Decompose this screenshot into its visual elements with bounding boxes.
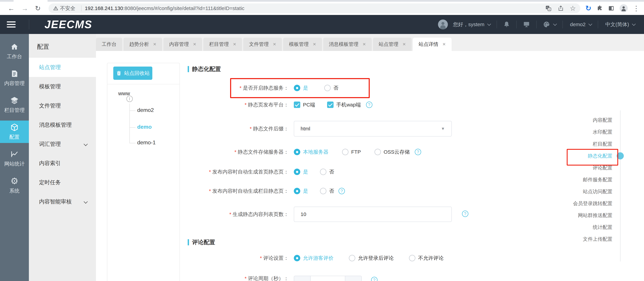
sidebar-item-workbench[interactable]: 工作台 xyxy=(0,42,29,61)
sidebar-item-content[interactable]: 内容管理 xyxy=(0,68,29,88)
submenu-item-site-management[interactable]: 站点管理 xyxy=(29,58,96,77)
tab-message-template[interactable]: 消息模板管理 xyxy=(323,38,372,51)
radio-selected-icon[interactable] xyxy=(294,168,300,175)
radio-selected-icon[interactable] xyxy=(294,188,300,194)
checkbox-checked-icon[interactable] xyxy=(327,102,334,108)
anchor-stats-config[interactable]: 统计配置 xyxy=(593,224,612,231)
help-icon[interactable] xyxy=(415,149,421,155)
theme-palette-icon[interactable] xyxy=(543,21,550,28)
radio-selected-icon[interactable] xyxy=(294,85,300,91)
help-icon[interactable] xyxy=(366,102,372,108)
radio-icon[interactable] xyxy=(324,85,331,91)
radio-icon[interactable] xyxy=(374,149,381,155)
checkbox-checked-icon[interactable] xyxy=(294,102,300,108)
checkbox-option-pc[interactable]: PC端 xyxy=(294,101,315,108)
radio-option-no[interactable]: 否 xyxy=(324,84,338,92)
submenu-item-scheduled-tasks[interactable]: 定时任务 xyxy=(29,173,96,192)
help-icon[interactable] xyxy=(462,210,468,217)
sidebar-item-system[interactable]: ⚙ 系统 xyxy=(0,176,29,195)
close-icon[interactable] xyxy=(442,42,446,46)
stepper-value[interactable]: 10 xyxy=(310,276,345,281)
tab-column-management[interactable]: 栏目管理 xyxy=(203,38,242,51)
radio-option-no[interactable]: 否 xyxy=(320,188,334,194)
sync-extension-icon[interactable]: ↻ xyxy=(586,5,591,12)
tab-file-management[interactable]: 文件管理 xyxy=(243,38,282,51)
tree-node-demo-1[interactable]: demo-1 xyxy=(137,140,156,146)
anchor-mail-service-config[interactable]: 邮件服务配置 xyxy=(583,176,612,183)
radio-option-oss[interactable]: OSS云存储 xyxy=(374,148,410,156)
tab-workbench[interactable]: 工作台 xyxy=(96,38,122,51)
submenu-item-file-management[interactable]: 文件管理 xyxy=(29,96,96,115)
close-icon[interactable] xyxy=(153,42,156,46)
screen-monitor-icon[interactable] xyxy=(523,21,530,28)
radio-icon[interactable] xyxy=(409,255,416,261)
notification-bell-icon[interactable] xyxy=(503,21,510,28)
anchor-comment-config[interactable]: 评论配置 xyxy=(593,164,612,172)
radio-icon[interactable] xyxy=(320,188,326,194)
bookmark-star-icon[interactable]: ☆ xyxy=(570,5,576,12)
tab-trend-analysis[interactable]: 趋势分析 xyxy=(124,38,162,51)
radio-option-login-comment[interactable]: 允许登录后评论 xyxy=(349,255,394,262)
radio-option-yes[interactable]: 是 xyxy=(294,168,308,176)
sidebar-item-columns[interactable]: 栏目管理 xyxy=(0,96,29,114)
anchor-watermark-config[interactable]: 水印配置 xyxy=(593,128,612,136)
tab-template-management[interactable]: 模板管理 xyxy=(283,38,322,51)
tab-content-management[interactable]: 内容管理 xyxy=(164,38,202,51)
close-icon[interactable] xyxy=(273,42,276,46)
radio-selected-icon[interactable] xyxy=(294,149,300,155)
anchor-static-config[interactable]: 静态化配置 xyxy=(588,152,612,160)
share-icon[interactable] xyxy=(558,5,564,12)
help-icon[interactable] xyxy=(371,277,378,281)
radio-option-ftp[interactable]: FTP xyxy=(342,149,361,155)
user-avatar[interactable] xyxy=(438,20,448,29)
sidebar-item-config[interactable]: 配置 xyxy=(0,120,29,143)
anchor-content-config[interactable]: 内容配置 xyxy=(593,116,612,124)
browser-forward-icon[interactable]: → xyxy=(22,5,28,12)
sidebar-item-stats[interactable]: 网站统计 xyxy=(0,149,29,168)
security-label[interactable]: 不安全 xyxy=(60,5,76,12)
close-icon[interactable] xyxy=(193,42,196,46)
anchor-site-group-push-config[interactable]: 网站群推送配置 xyxy=(578,212,612,219)
checkbox-option-wap[interactable]: 手机wap端 xyxy=(327,101,361,108)
anchor-file-upload-config[interactable]: 文件上传配置 xyxy=(583,235,612,243)
address-bar[interactable]: 不安全 192.168.241.130 :8080/jeecms/#/confi… xyxy=(48,4,580,13)
radio-icon[interactable] xyxy=(320,168,326,175)
radio-option-yes[interactable]: 是 xyxy=(294,84,308,92)
radio-icon[interactable] xyxy=(342,149,348,155)
browser-profile-avatar[interactable] xyxy=(620,4,628,12)
submenu-item-template-management[interactable]: 模板管理 xyxy=(29,77,96,96)
anchor-site-access-config[interactable]: 站点访问配置 xyxy=(583,188,612,195)
side-panel-icon[interactable] xyxy=(608,5,614,12)
browser-back-icon[interactable]: ← xyxy=(8,5,14,12)
translate-icon[interactable]: G文 xyxy=(545,5,552,12)
close-icon[interactable] xyxy=(362,42,366,46)
close-icon[interactable] xyxy=(402,42,406,46)
stepper-plus-button[interactable] xyxy=(345,276,362,281)
browser-menu-icon[interactable]: ⋮ xyxy=(633,5,640,12)
browser-reload-icon[interactable]: ↻ xyxy=(35,5,41,12)
submenu-item-content-index[interactable]: 内容索引 xyxy=(29,154,96,173)
radio-selected-icon[interactable] xyxy=(294,255,300,261)
submenu-item-smart-audit[interactable]: 内容智能审核 xyxy=(29,192,96,211)
file-suffix-select[interactable]: html xyxy=(294,121,452,136)
anchor-member-login-config[interactable]: 会员登录跳转配置 xyxy=(573,200,612,207)
site-recycle-bin-button[interactable]: 站点回收站 xyxy=(113,66,152,80)
anchor-column-config[interactable]: 栏目配置 xyxy=(593,140,612,148)
submenu-item-message-template[interactable]: 消息模板管理 xyxy=(29,115,96,134)
menu-toggle-icon[interactable] xyxy=(7,22,16,28)
tab-site-management[interactable]: 站点管理 xyxy=(373,38,412,51)
site-switcher[interactable]: demo2 xyxy=(570,22,586,27)
radio-option-no-comment[interactable]: 不允许评论 xyxy=(409,255,444,262)
close-icon[interactable] xyxy=(233,42,236,46)
language-switcher[interactable]: 中文(简体) xyxy=(605,21,629,28)
radio-option-local-server[interactable]: 本地服务器 xyxy=(294,148,328,156)
list-pages-input[interactable] xyxy=(294,207,452,222)
radio-option-guest-comment[interactable]: 允许游客评价 xyxy=(294,255,334,262)
radio-icon[interactable] xyxy=(349,255,355,261)
help-icon[interactable] xyxy=(338,188,345,194)
submenu-item-vocabulary[interactable]: 词汇管理 xyxy=(29,134,96,154)
radio-option-yes[interactable]: 是 xyxy=(294,188,308,194)
stepper-minus-button[interactable] xyxy=(294,276,310,281)
tab-site-detail[interactable]: 站点详情 xyxy=(413,38,452,51)
extensions-puzzle-icon[interactable] xyxy=(596,5,603,12)
